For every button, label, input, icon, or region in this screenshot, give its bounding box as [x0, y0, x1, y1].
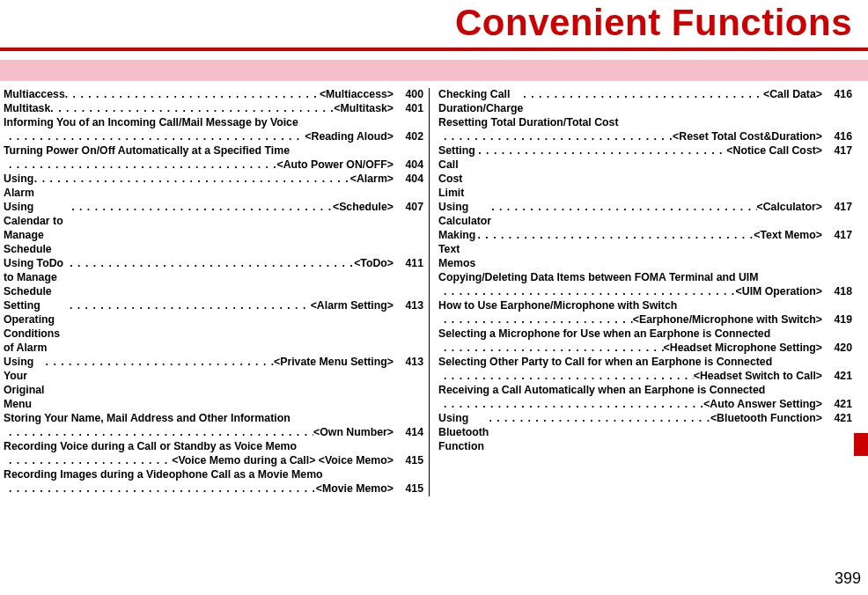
- toc-entry-text: Using Calculator: [438, 201, 491, 229]
- toc-entry-ref: <Call Data>: [763, 88, 822, 116]
- toc-entry: Using Your Original Menu <Private Menu S…: [4, 356, 423, 412]
- toc-dot-leader: [478, 144, 726, 201]
- toc-entry: Multitask <Multitask>401: [4, 102, 423, 116]
- toc-entry-ref: <Alarm Setting>: [311, 299, 394, 356]
- toc-entry: Selecting Other Party to Call for when a…: [438, 356, 852, 370]
- toc-dot-leader: [444, 342, 664, 356]
- toc-dot-leader: [9, 426, 313, 440]
- toc-entry: Selecting a Microphone for Use when an E…: [438, 327, 852, 342]
- toc-entry: <Headset Switch to Call>421: [438, 370, 852, 384]
- toc-entry: Receiving a Call Automatically when an E…: [438, 384, 852, 398]
- toc-entry: Setting Operating Conditions of Alarm <A…: [4, 299, 423, 356]
- toc-entry: Resetting Total Duration/Total Cost: [438, 116, 852, 130]
- toc-entry: Using Bluetooth Function <Bluetooth Func…: [438, 412, 852, 454]
- side-tab-marker: [854, 433, 868, 456]
- toc-entry-page: 421: [822, 398, 852, 412]
- toc-entry-text: Setting Operating Conditions of Alarm: [4, 299, 70, 356]
- toc-entry-page: 417: [822, 144, 852, 201]
- toc-entry-ref: <Schedule>: [333, 201, 394, 257]
- toc-entry: <Earphone/Microphone with Switch>419: [438, 313, 852, 327]
- toc-entry-text: Using Calendar to Manage Schedule: [4, 201, 71, 257]
- toc-entry: <UIM Operation>418: [438, 285, 852, 299]
- toc-entry: Recording Voice during a Call or Standby…: [4, 440, 423, 454]
- toc-entry-ref: <Notice Call Cost>: [726, 144, 822, 201]
- toc-entry: <Own Number>414: [4, 426, 423, 440]
- toc-entry-text: How to Use Earphone/Microphone with Swit…: [438, 299, 677, 313]
- toc-dot-leader: [491, 201, 756, 229]
- toc-entry-ref: <Reading Aloud>: [305, 130, 394, 144]
- toc-entry-text: Recording Voice during a Call or Standby…: [4, 440, 297, 454]
- toc-entry: <Reset Total Cost&Duration>416: [438, 130, 852, 144]
- toc-entry-page: 401: [394, 102, 423, 116]
- toc-dot-leader: [444, 285, 736, 299]
- page-title: Convenient Functions: [0, 0, 868, 44]
- toc-dot-leader: [444, 130, 673, 144]
- section-color-bar: [0, 60, 868, 81]
- toc-entry-ref: <Voice Memo during a Call> <Voice Memo>: [172, 454, 394, 468]
- toc-entry: Multiaccess <Multiaccess>400: [4, 88, 423, 102]
- toc-entry-page: 418: [822, 285, 852, 299]
- toc-entry-text: Using Alarm: [4, 173, 34, 201]
- toc-right-column: Checking Call Duration/Charge <Call Data…: [429, 88, 857, 496]
- toc-entry-ref: <Earphone/Microphone with Switch>: [633, 313, 822, 327]
- toc-entry-page: 415: [394, 482, 423, 496]
- toc-entry: Using Alarm <Alarm>404: [4, 173, 423, 201]
- toc-entry: Using Calculator <Calculator>417: [438, 201, 852, 229]
- toc-dot-leader: [523, 88, 763, 116]
- toc-entry-page: 413: [394, 299, 423, 356]
- title-underline: [0, 48, 868, 51]
- toc-entry-text: Setting Call Cost Limit: [438, 144, 478, 201]
- toc-entry-page: 421: [822, 412, 852, 454]
- toc-entry-page: 417: [822, 229, 852, 271]
- toc-left-column: Multiaccess <Multiaccess>400Multitask <M…: [0, 88, 429, 496]
- toc-entry: Turning Power On/Off Automatically at a …: [4, 144, 423, 158]
- toc-entry: <Headset Microphone Setting>420: [438, 342, 852, 356]
- toc-dot-leader: [9, 158, 276, 173]
- toc-entry-ref: <Auto Answer Setting>: [703, 398, 822, 412]
- toc-entry-text: Multiaccess: [4, 88, 65, 102]
- toc-entry-ref: <Alarm>: [350, 173, 394, 201]
- toc-entry-text: Informing You of an Incoming Call/Mail M…: [4, 116, 298, 130]
- toc-entry-page: 407: [394, 201, 423, 257]
- toc-entry-ref: <Headset Microphone Setting>: [664, 342, 822, 356]
- toc-entry-page: 416: [822, 88, 852, 116]
- toc-entry-text: Copying/Deleting Data Items between FOMA…: [438, 271, 758, 285]
- toc-entry-ref: <Headset Switch to Call>: [694, 370, 822, 384]
- toc-entry-page: 404: [394, 173, 423, 201]
- toc-entry: Storing Your Name, Mail Address and Othe…: [4, 412, 423, 426]
- toc-dot-leader: [444, 398, 703, 412]
- toc-entry-text: Resetting Total Duration/Total Cost: [438, 116, 619, 130]
- toc-entry-text: Storing Your Name, Mail Address and Othe…: [4, 412, 291, 426]
- toc-columns: Multiaccess <Multiaccess>400Multitask <M…: [0, 88, 868, 496]
- toc-dot-leader: [70, 257, 354, 299]
- toc-entry-page: 419: [822, 313, 852, 327]
- toc-dot-leader: [65, 88, 320, 102]
- toc-entry: Using ToDo to Manage Schedule <ToDo>411: [4, 257, 423, 299]
- toc-entry-page: 400: [394, 88, 423, 102]
- toc-dot-leader: [489, 412, 710, 454]
- toc-entry: <Voice Memo during a Call> <Voice Memo>4…: [4, 454, 423, 468]
- toc-entry-ref: <Calculator>: [757, 201, 823, 229]
- toc-entry-ref: <Movie Memo>: [316, 482, 394, 496]
- toc-entry-text: Using Your Original Menu: [4, 356, 46, 412]
- page-number: 399: [835, 569, 861, 588]
- toc-entry-text: Turning Power On/Off Automatically at a …: [4, 144, 290, 158]
- toc-entry: <Movie Memo>415: [4, 482, 423, 496]
- toc-entry-page: 417: [822, 201, 852, 229]
- toc-entry-text: Using ToDo to Manage Schedule: [4, 257, 70, 299]
- toc-dot-leader: [478, 229, 754, 271]
- toc-entry-ref: <Auto Power ON/OFF>: [276, 158, 394, 173]
- toc-entry-text: Making Text Memos: [438, 229, 478, 271]
- toc-entry: Informing You of an Incoming Call/Mail M…: [4, 116, 423, 130]
- toc-entry: <Auto Power ON/OFF>404: [4, 158, 423, 173]
- toc-dot-leader: [71, 201, 333, 257]
- toc-entry-page: 411: [394, 257, 423, 299]
- toc-entry-text: Selecting a Microphone for Use when an E…: [438, 327, 770, 342]
- toc-entry-page: 415: [394, 454, 423, 468]
- toc-entry-text: Recording Images during a Videophone Cal…: [4, 468, 323, 482]
- toc-entry: <Auto Answer Setting>421: [438, 398, 852, 412]
- toc-entry-text: Using Bluetooth Function: [438, 412, 489, 454]
- toc-dot-leader: [444, 370, 694, 384]
- toc-entry-ref: <Bluetooth Function>: [710, 412, 822, 454]
- toc-entry-ref: <Private Menu Setting>: [274, 356, 394, 412]
